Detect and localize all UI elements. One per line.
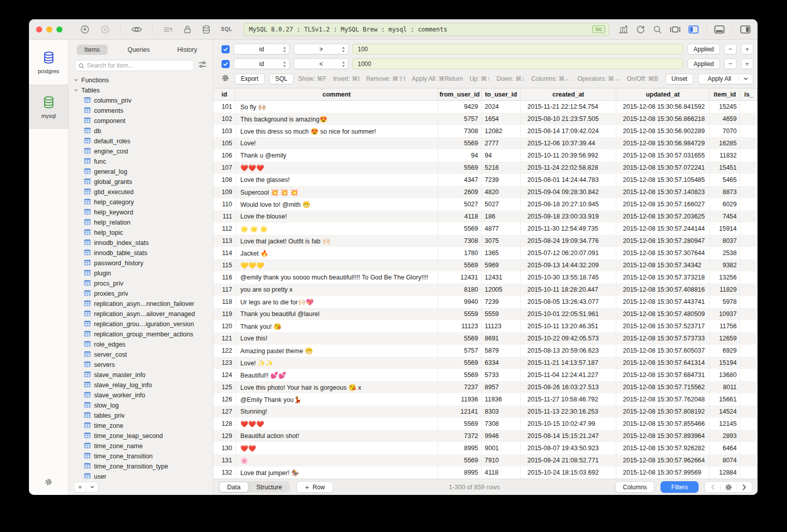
preview-eye-icon[interactable]	[131, 25, 142, 34]
column-header-is_[interactable]: is_	[740, 88, 758, 100]
lock-icon[interactable]	[183, 25, 192, 34]
cell-id[interactable]: 128	[213, 418, 236, 430]
cell-item_id[interactable]: 15661	[710, 393, 740, 405]
add-row-button[interactable]: + Row	[296, 481, 333, 493]
cell-comment[interactable]: Thank you beautiful @laurel	[236, 308, 438, 320]
cell-id[interactable]: 105	[213, 137, 236, 149]
cell-id[interactable]: 125	[213, 381, 236, 393]
stats-icon[interactable]	[618, 25, 628, 34]
column-header-id[interactable]: id	[213, 88, 236, 100]
cell-comment[interactable]: 🌟 🌟 🌟	[236, 223, 438, 235]
unset-button[interactable]: Unset	[666, 74, 694, 84]
cell-item_id[interactable]: 14524	[710, 405, 740, 418]
cell-is_[interactable]	[740, 320, 758, 332]
table-row[interactable]: 103Love this dress so much 😍 so nice for…	[213, 125, 758, 137]
cell-to_user_id[interactable]: 7239	[482, 296, 521, 308]
cell-is_[interactable]	[740, 466, 758, 479]
cell-is_[interactable]	[740, 418, 758, 430]
table-row[interactable]: 129Beautiful action shot!737299462015-08…	[213, 430, 758, 442]
disconnect-icon[interactable]	[100, 24, 110, 35]
column-header-item_id[interactable]: item_id	[710, 88, 740, 100]
cell-from_user_id[interactable]: 5569	[438, 162, 482, 174]
cell-from_user_id[interactable]: 5569	[438, 259, 482, 271]
cell-comment[interactable]: Thank u @emily	[236, 149, 438, 162]
cell-is_[interactable]	[740, 223, 758, 235]
cell-from_user_id[interactable]: 7308	[438, 125, 482, 137]
cell-comment[interactable]: Love the blouse!	[236, 210, 438, 223]
cell-comment[interactable]: 🌸	[236, 454, 438, 466]
cell-to_user_id[interactable]: 5027	[482, 198, 521, 210]
cell-id[interactable]: 112	[213, 223, 236, 235]
cell-to_user_id[interactable]: 7308	[482, 418, 521, 430]
cell-id[interactable]: 106	[213, 149, 236, 162]
cell-item_id[interactable]: 15194	[710, 357, 740, 369]
connection-postgres[interactable]: postgres	[29, 40, 68, 84]
cell-to_user_id[interactable]: 4118	[482, 466, 521, 479]
sidebar-table-item[interactable]: columns_priv	[74, 96, 213, 106]
cell-item_id[interactable]: 10937	[710, 308, 740, 320]
sidebar-table-item[interactable]: time_zone_name	[74, 441, 213, 451]
cell-updated_at[interactable]: 2015-12-08 15:30:56.841592	[616, 101, 710, 113]
cell-created_at[interactable]: 2015-10-11 18:28:20.447	[521, 284, 616, 296]
cell-id[interactable]: 122	[213, 345, 236, 357]
table-row[interactable]: 107❤️❤️❤️556952162015-11-24 22:02:58.828…	[213, 162, 758, 174]
cell-created_at[interactable]: 2015-10-15 10:02:47.99	[521, 418, 616, 430]
cell-id[interactable]: 109	[213, 186, 236, 198]
cell-comment[interactable]: Love that jacket! Outfit is fab 🙌🏻	[236, 235, 438, 247]
table-row[interactable]: 131🌸556979102015-08-24 21:08:52.7712015-…	[213, 454, 758, 466]
cell-from_user_id[interactable]: 5757	[438, 113, 482, 125]
cell-comment[interactable]: 💛💛💛	[236, 259, 438, 271]
cell-to_user_id[interactable]: 5559	[482, 308, 521, 320]
cell-is_[interactable]	[740, 247, 758, 259]
table-row[interactable]: 123Love! ✨✨556963342015-11-21 14:13:57.1…	[213, 357, 758, 369]
cell-comment[interactable]: Love this!	[236, 332, 438, 345]
cell-comment[interactable]: Love this dress so much 😍 so nice for su…	[236, 125, 438, 137]
cell-from_user_id[interactable]: 5569	[438, 137, 482, 149]
cell-id[interactable]: 113	[213, 235, 236, 247]
filter-enabled-checkbox[interactable]	[222, 60, 230, 68]
cell-id[interactable]: 131	[213, 454, 236, 466]
cell-comment[interactable]: Amazing pastel theme 😁	[236, 345, 438, 357]
zoom-window-button[interactable]	[56, 26, 62, 33]
sidebar-table-item[interactable]: replication_grou…iguration_version	[74, 319, 213, 329]
add-filter-button[interactable]: +	[741, 58, 753, 69]
tab-items[interactable]: Items	[77, 45, 108, 55]
table-row[interactable]: 116@emily thank you soooo much beautiful…	[213, 271, 758, 284]
cell-from_user_id[interactable]: 5569	[438, 454, 482, 466]
cell-comment[interactable]: So fly 🙌🏼	[236, 101, 438, 113]
sidebar-table-item[interactable]: slave_master_info	[74, 370, 213, 380]
cell-id[interactable]: 132	[213, 466, 236, 479]
table-row[interactable]: 120Thank you! 😘11123111232015-10-11 13:2…	[213, 320, 758, 332]
cell-updated_at[interactable]: 2015-12-08 15:30:57.605037	[616, 345, 710, 357]
cell-is_[interactable]	[740, 284, 758, 296]
cell-updated_at[interactable]: 2015-12-08 15:30:57.480509	[616, 308, 710, 320]
table-row[interactable]: 124Beautiful!! 💕💕556957332015-11-04 12:2…	[213, 369, 758, 381]
cell-is_[interactable]	[740, 174, 758, 186]
cell-id[interactable]: 114	[213, 247, 236, 259]
cell-item_id[interactable]: 15914	[710, 223, 740, 235]
cell-created_at[interactable]: 2015-10-30 13:55:18.745	[521, 271, 616, 284]
table-row[interactable]: 105Love!556927772015-12-06 10:37:39.4420…	[213, 137, 758, 149]
cell-created_at[interactable]: 2015-08-24 19:09:34.776	[521, 235, 616, 247]
cell-created_at[interactable]: 2015-11-04 12:24:41.227	[521, 369, 616, 381]
filter-operator-select[interactable]: >	[294, 44, 349, 54]
cell-to_user_id[interactable]: 11936	[482, 393, 521, 405]
sidebar-table-item[interactable]: time_zone_leap_second	[74, 431, 213, 441]
table-row[interactable]: 112🌟 🌟 🌟556948772015-11-30 12:54:49.7352…	[213, 223, 758, 235]
cell-from_user_id[interactable]: 8180	[438, 284, 482, 296]
table-row[interactable]: 117you are so pretty x8180120052015-10-1…	[213, 284, 758, 296]
cell-to_user_id[interactable]: 5733	[482, 369, 521, 381]
cell-updated_at[interactable]: 2015-12-08 15:30:57.307644	[616, 247, 710, 259]
cell-id[interactable]: 108	[213, 174, 236, 186]
cell-updated_at[interactable]: 2015-12-08 15:30:57.031655	[616, 149, 710, 162]
cell-is_[interactable]	[740, 454, 758, 466]
cell-from_user_id[interactable]: 4347	[438, 174, 482, 186]
cell-from_user_id[interactable]: 9429	[438, 101, 482, 113]
cell-from_user_id[interactable]: 7237	[438, 381, 482, 393]
cell-is_[interactable]	[740, 235, 758, 247]
column-header-from_user_id[interactable]: from_user_id	[438, 88, 482, 100]
sidebar-group-functions[interactable]: Functions	[74, 75, 213, 85]
sidebar-table-item[interactable]: replication_group_member_actions	[74, 329, 213, 339]
cell-item_id[interactable]: 11832	[710, 149, 740, 162]
cell-created_at[interactable]: 2015-07-12 06:20:07.091	[521, 247, 616, 259]
